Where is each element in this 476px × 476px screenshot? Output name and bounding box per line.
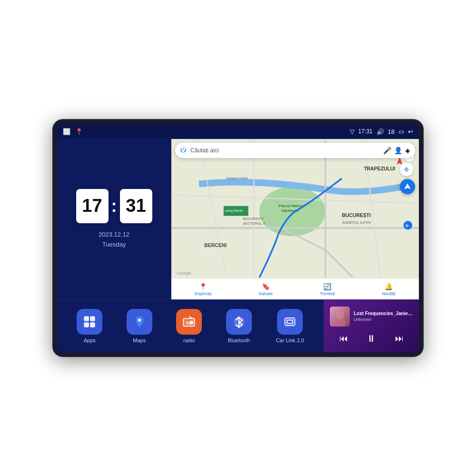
svg-text:TRAPEZULUI: TRAPEZULUI [364, 166, 395, 171]
svg-rect-46 [288, 321, 292, 323]
music-title: Lost Frequencies_Janieck Devy-... [354, 311, 413, 316]
radio-label: radio [183, 337, 195, 343]
map-search-placeholder[interactable]: Căutați aici [190, 147, 379, 154]
music-info: Lost Frequencies_Janieck Devy-... Unknow… [354, 311, 413, 322]
navigate-button[interactable] [400, 179, 415, 194]
svg-text:⊕: ⊕ [405, 223, 409, 228]
layer-icon[interactable]: ◈ [405, 147, 410, 154]
music-top: Lost Frequencies_Janieck Devy-... Unknow… [330, 307, 413, 327]
bottom-row: Apps Maps [57, 300, 419, 352]
map-controls [400, 163, 415, 194]
app-item-radio[interactable]: FM radio [176, 309, 202, 343]
carlink-label: Car Link 2.0 [276, 337, 304, 343]
svg-text:BUCUREȘTI: BUCUREȘTI [243, 217, 263, 221]
map-search-actions: 🎤 👤 ◈ [383, 147, 410, 154]
map-svg: Parcul Natural Văcărești Splaiul Unirii [171, 139, 419, 278]
svg-rect-36 [90, 322, 95, 327]
microphone-icon[interactable]: 🎤 [383, 147, 391, 154]
clock-hour: 17 [76, 189, 109, 223]
app-item-carlink[interactable]: Car Link 2.0 [276, 309, 304, 343]
maps-label: Maps [133, 337, 146, 343]
map-nav-explore[interactable]: 📍 Explorați [195, 283, 211, 296]
app-item-maps[interactable]: Maps [127, 309, 152, 343]
status-bar-right: ▽ 17:31 🔊 18 ▭ ↩ [350, 128, 414, 135]
clock-panel: 17 : 31 2023.12.12 Tuesday [57, 139, 171, 299]
maps-pin-icon[interactable]: 📍 [75, 128, 83, 135]
clock-date-text: 2023.12.12 [99, 231, 129, 238]
music-thumbnail [330, 307, 350, 327]
app-item-bluetooth[interactable]: Bluetooth [226, 309, 252, 343]
map-body[interactable]: Parcul Natural Văcărești Splaiul Unirii [171, 139, 419, 278]
news-label: Noutăți [382, 291, 396, 296]
saved-label: Salvate [258, 291, 273, 296]
apps-icon [77, 309, 102, 335]
screen: ⬜ 📍 ▽ 17:31 🔊 18 ▭ ↩ 17 : [57, 124, 419, 352]
signal-icon: ▽ [350, 128, 355, 135]
bluetooth-icon [226, 309, 252, 335]
prev-button[interactable]: ⏮ [336, 332, 352, 346]
status-bar-left: ⬜ 📍 [63, 128, 83, 135]
svg-rect-33 [84, 316, 89, 321]
svg-text:SECTORUL 4: SECTORUL 4 [243, 221, 265, 226]
send-icon: 🔄 [323, 283, 331, 290]
svg-point-41 [190, 321, 194, 324]
svg-point-49 [336, 310, 344, 320]
map-nav-send[interactable]: 🔄 Trimiteți [320, 283, 335, 296]
svg-text:BUCUREȘTI: BUCUREȘTI [342, 213, 371, 218]
clock-minute: 31 [120, 189, 152, 223]
car-unit-device: ⬜ 📍 ▽ 17:31 🔊 18 ▭ ↩ 17 : [52, 119, 424, 357]
svg-rect-34 [90, 316, 95, 321]
app-item-apps[interactable]: Apps [77, 309, 102, 343]
top-row: 17 : 31 2023.12.12 Tuesday [57, 139, 419, 300]
radio-icon: FM [176, 309, 202, 335]
volume-icon: 🔊 [377, 128, 384, 135]
main-content: 17 : 31 2023.12.12 Tuesday [57, 139, 419, 352]
apps-panel: Apps Maps [57, 300, 324, 352]
svg-marker-32 [404, 183, 410, 189]
account-icon[interactable]: 👤 [394, 147, 402, 154]
map-background: Parcul Natural Văcărești Splaiul Unirii [171, 139, 419, 278]
battery-icon: ▭ [398, 128, 404, 135]
map-panel[interactable]: Căutați aici 🎤 👤 ◈ [171, 139, 419, 299]
svg-text:Leroy Merlin: Leroy Merlin [225, 209, 243, 213]
svg-text:BERCENI: BERCENI [204, 243, 227, 248]
play-pause-button[interactable]: ⏸ [363, 331, 380, 346]
send-label: Trimiteți [320, 291, 335, 296]
clock-date: 2023.12.12 Tuesday [99, 230, 129, 250]
svg-point-37 [138, 319, 141, 322]
clock-colon: : [111, 198, 117, 215]
apps-label: Apps [84, 337, 96, 343]
back-icon[interactable]: ↩ [408, 128, 413, 135]
map-nav-saved[interactable]: 🔖 Salvate [258, 283, 273, 296]
music-controls: ⏮ ⏸ ⏭ [330, 331, 413, 346]
svg-text:Google: Google [177, 271, 191, 276]
music-artist: Unknown [354, 317, 413, 322]
status-bar: ⬜ 📍 ▽ 17:31 🔊 18 ▭ ↩ [57, 124, 419, 139]
map-search-bar[interactable]: Căutați aici 🎤 👤 ◈ [175, 143, 415, 158]
map-nav-news[interactable]: 🔔 Noutăți [382, 283, 396, 296]
clock-day-text: Tuesday [102, 241, 126, 248]
map-bottom-nav: 📍 Explorați 🔖 Salvate 🔄 Trimiteți � [171, 278, 419, 299]
svg-text:JUDEȚUL ILFOV: JUDEȚUL ILFOV [342, 220, 371, 225]
status-time: 17:31 [358, 128, 373, 135]
battery-level: 18 [388, 128, 395, 135]
explore-icon: 📍 [199, 283, 207, 290]
carlink-icon [277, 309, 303, 335]
maps-icon [127, 309, 152, 335]
bluetooth-label: Bluetooth [228, 337, 250, 343]
home-icon[interactable]: ⬜ [63, 128, 70, 135]
google-maps-icon [180, 147, 187, 155]
svg-text:Splaiul Unirii: Splaiul Unirii [227, 176, 248, 180]
explore-label: Explorați [195, 291, 211, 296]
svg-point-27 [406, 169, 408, 171]
news-icon: 🔔 [385, 283, 393, 290]
next-button[interactable]: ⏭ [391, 332, 407, 346]
svg-rect-35 [84, 322, 89, 327]
music-panel: Lost Frequencies_Janieck Devy-... Unknow… [324, 300, 419, 352]
location-button[interactable] [400, 163, 413, 176]
saved-icon: 🔖 [262, 283, 270, 290]
clock-display: 17 : 31 [76, 189, 152, 223]
